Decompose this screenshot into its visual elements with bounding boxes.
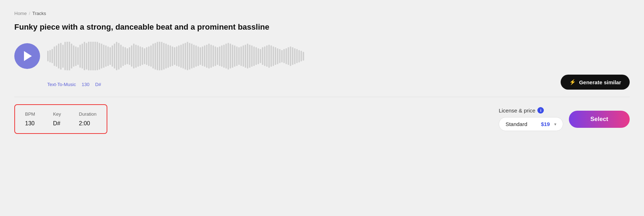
- waveform-bar: [303, 52, 304, 61]
- waveform-bar: [103, 45, 104, 68]
- waveform-bar: [105, 45, 107, 67]
- waveform-bar: [219, 46, 220, 66]
- bpm-value: 130: [25, 120, 35, 127]
- waveform-bar: [88, 42, 89, 70]
- waveform-bar: [234, 45, 235, 67]
- waveform-bar: [232, 45, 233, 68]
- waveform-bar: [146, 47, 147, 65]
- waveform-bar: [249, 45, 250, 68]
- duration-value: 2:00: [79, 120, 97, 127]
- duration-label: Duration: [79, 111, 97, 117]
- waveform-bar: [47, 51, 49, 61]
- waveform-bar: [114, 44, 115, 69]
- key-tag[interactable]: D#: [95, 82, 101, 87]
- waveform-bar: [225, 44, 227, 69]
- waveform-bar: [75, 46, 77, 66]
- waveform-bar: [180, 45, 182, 68]
- waveform-bar: [167, 45, 169, 68]
- breadcrumb-home[interactable]: Home: [14, 11, 27, 16]
- generate-similar-button[interactable]: ⚡ Generate similar: [561, 75, 630, 90]
- genre-tag[interactable]: Text-To-Music: [47, 82, 76, 87]
- waveform-bar: [281, 50, 283, 62]
- license-price: $19: [541, 121, 550, 127]
- waveform-bar: [247, 44, 248, 69]
- license-heading: License & price i: [499, 107, 563, 114]
- waveform-bar: [101, 44, 102, 69]
- breadcrumb-separator: /: [29, 11, 30, 16]
- waveform-bar: [251, 45, 253, 67]
- waveform-bar: [193, 45, 195, 68]
- waveform-bar: [189, 43, 190, 70]
- page-title: Funky piece with a strong, danceable bea…: [14, 22, 630, 32]
- waveform-bar: [215, 46, 216, 66]
- waveform-bar: [228, 43, 229, 70]
- waveform-bar: [127, 48, 128, 64]
- waveform-bar: [62, 45, 64, 68]
- waveform-bar: [182, 44, 184, 69]
- waveform-bar: [286, 48, 287, 64]
- track-details-box: BPM 130 Key D# Duration 2:00: [14, 104, 107, 134]
- waveform-bar: [185, 43, 186, 70]
- waveform-bar: [197, 46, 199, 66]
- waveform-bar: [279, 49, 280, 63]
- waveform-bar: [64, 42, 66, 70]
- waveform-bar: [176, 46, 177, 66]
- waveform-bar: [94, 42, 96, 70]
- waveform-bar: [277, 48, 278, 64]
- waveform-bar: [159, 42, 160, 70]
- key-col: Key D#: [53, 111, 61, 127]
- waveform-bar: [67, 42, 68, 70]
- play-button[interactable]: [14, 43, 40, 69]
- waveform-bar: [255, 47, 257, 65]
- waveform-bar: [90, 42, 92, 70]
- key-label: Key: [53, 111, 61, 117]
- waveform-bar: [170, 45, 171, 67]
- waveform-bar: [52, 49, 53, 63]
- waveform-bar: [54, 46, 55, 66]
- license-info-icon[interactable]: i: [537, 107, 544, 114]
- waveform-bar: [238, 47, 240, 65]
- waveform-bar: [230, 44, 231, 69]
- waveform-bar: [275, 47, 276, 65]
- waveform-bar: [69, 42, 70, 70]
- waveform-bar: [118, 43, 119, 70]
- waveform-bar: [292, 47, 293, 65]
- waveform-bar: [301, 51, 302, 61]
- waveform-bar: [49, 50, 51, 62]
- waveform-bar: [210, 45, 212, 68]
- waveform-bar: [200, 47, 201, 65]
- chevron-down-icon: ▾: [554, 122, 556, 127]
- license-dropdown[interactable]: Standard $19 ▾: [499, 117, 563, 131]
- waveform-bar: [79, 45, 81, 68]
- waveform-bar: [221, 45, 223, 67]
- generate-btn-label: Generate similar: [579, 79, 621, 85]
- waveform-bar: [73, 45, 74, 67]
- waveform-bar: [161, 42, 162, 70]
- waveform-bar: [150, 45, 152, 67]
- waveform-bar: [236, 46, 238, 66]
- waveform-bar: [129, 47, 130, 65]
- waveform-bar: [82, 44, 83, 69]
- waveform-bar: [99, 43, 100, 70]
- waveform-bar: [288, 47, 289, 65]
- metadata-tags: Text-To-Music 130 D#: [14, 82, 101, 87]
- waveform-bar: [298, 50, 300, 62]
- waveform-bar: [165, 44, 167, 69]
- select-button[interactable]: Select: [569, 111, 630, 128]
- waveform-bar: [155, 43, 156, 70]
- waveform-bar: [122, 46, 124, 66]
- waveform-bar: [290, 46, 291, 66]
- waveform-bar: [243, 45, 244, 67]
- waveform-bar: [152, 44, 154, 69]
- waveform-bar: [266, 45, 268, 67]
- duration-col: Duration 2:00: [79, 111, 97, 127]
- waveform-bar: [148, 46, 150, 66]
- waveform-bar: [120, 45, 122, 68]
- waveform-bar: [195, 45, 197, 67]
- waveform-bar: [178, 45, 180, 67]
- waveform-bar: [283, 49, 285, 63]
- lightning-icon: ⚡: [569, 79, 576, 85]
- bpm-tag[interactable]: 130: [82, 82, 89, 87]
- waveform-bar: [240, 46, 242, 66]
- waveform-bar: [86, 43, 87, 70]
